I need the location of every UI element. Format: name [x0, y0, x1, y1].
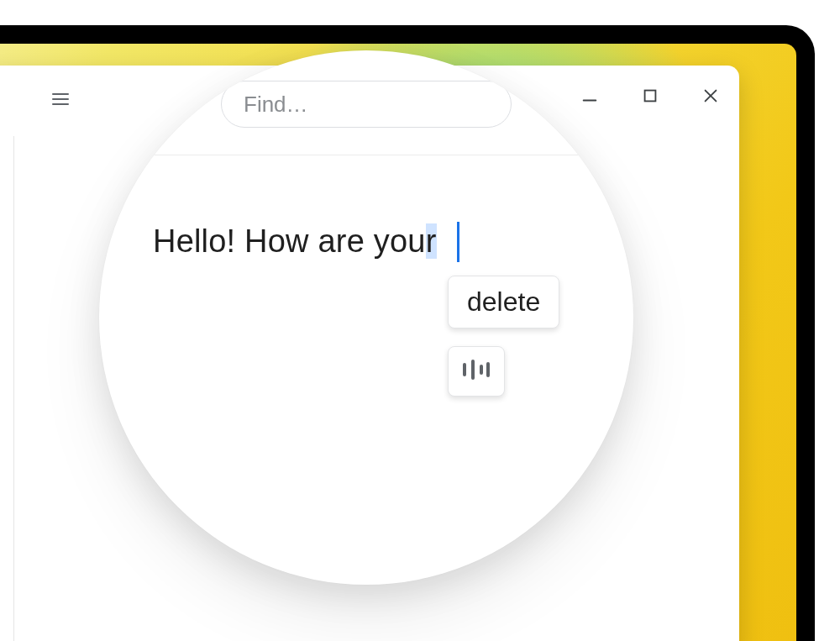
text-caret [457, 222, 459, 262]
maximize-button[interactable] [638, 86, 662, 109]
close-icon [701, 87, 720, 108]
find-bar [221, 81, 512, 128]
voice-waveform-icon [459, 358, 493, 385]
close-button[interactable] [699, 86, 722, 109]
window-controls [578, 86, 722, 109]
maximize-icon [641, 87, 659, 108]
find-input[interactable] [221, 81, 512, 128]
voice-command-delete-chip[interactable]: delete [448, 276, 559, 328]
voice-command-delete-label: delete [467, 286, 540, 318]
zoom-lens: Hello! How are your delete [99, 50, 633, 585]
editor-text-before: Hello! How are you [153, 223, 426, 259]
svg-rect-4 [645, 91, 656, 102]
minimize-button[interactable] [578, 86, 601, 109]
editor-text-selection: r [426, 223, 437, 259]
editor-text[interactable]: Hello! How are your [153, 223, 437, 260]
toolbar-divider [99, 155, 633, 155]
hamburger-menu-button[interactable] [49, 89, 72, 113]
voice-waveform-chip[interactable] [448, 346, 505, 397]
hamburger-icon [50, 89, 71, 113]
minimize-icon [580, 87, 599, 108]
sidebar-divider [13, 136, 14, 641]
